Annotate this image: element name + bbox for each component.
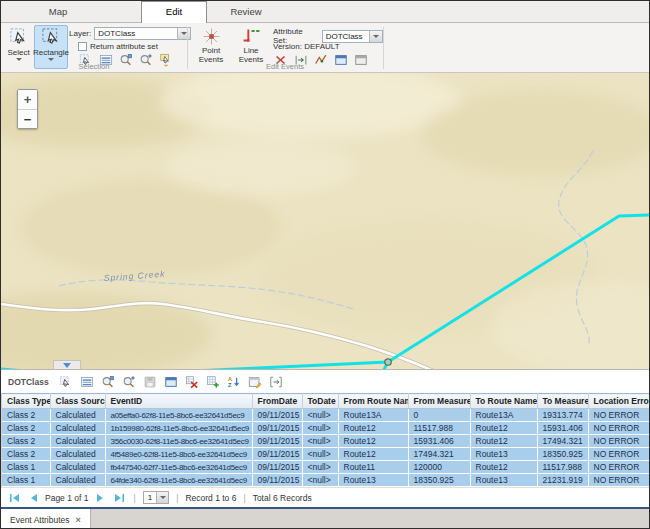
- table-cell: 1b159980-62f8-11e5-8bc6-ee32641d5ec9: [105, 422, 252, 435]
- sort-records-icon[interactable]: AZ: [225, 373, 244, 391]
- tab-event-attributes[interactable]: Event Attributes ×: [1, 509, 91, 529]
- column-header[interactable]: EventID: [105, 394, 252, 409]
- table-row[interactable]: Class 2Calculateda05effa0-62f8-11e5-8bc6…: [2, 409, 650, 422]
- table-cell: Route12: [470, 461, 537, 474]
- svg-text:A: A: [228, 376, 232, 382]
- tab-review[interactable]: Review: [215, 2, 277, 22]
- ribbon: Select Rectangle Layer: DOTClass Return: [1, 23, 649, 73]
- table-row[interactable]: Class 1Calculated64fde340-62f8-11e5-8bc6…: [2, 474, 650, 487]
- selection-group: Select Rectangle Layer: DOTClass Return: [1, 23, 187, 73]
- selection-group-label: Selection: [1, 62, 187, 71]
- column-header[interactable]: To Measure: [537, 394, 588, 409]
- column-header[interactable]: From Route Name: [338, 394, 408, 409]
- page-select-dropdown[interactable]: 1: [143, 491, 169, 504]
- event-table-toolbar: DOTClass AZ: [1, 369, 649, 393]
- show-record-details-icon[interactable]: [246, 373, 265, 391]
- column-header[interactable]: To Route Name: [470, 394, 537, 409]
- column-header[interactable]: Class Source: [50, 394, 105, 409]
- zoom-to-selection-icon[interactable]: [99, 373, 118, 391]
- ribbon-tab-strip: Map Edit Review: [1, 1, 649, 23]
- map-zoom-control: + −: [17, 89, 38, 129]
- show-selection-list-icon[interactable]: [78, 373, 97, 391]
- append-records-icon[interactable]: [204, 373, 223, 391]
- table-cell: Route13: [470, 474, 537, 487]
- select-dropdown-caret-icon[interactable]: [16, 58, 22, 61]
- record-range-status: Record 1 to 6: [185, 493, 236, 503]
- table-cell: Class 2: [2, 422, 50, 435]
- delete-records-icon[interactable]: [183, 373, 202, 391]
- table-cell: Route12: [470, 435, 537, 448]
- column-header[interactable]: FromDate: [252, 394, 302, 409]
- first-page-button[interactable]: [7, 491, 21, 505]
- column-header[interactable]: Class Type: [2, 394, 50, 409]
- table-cell: Route13A: [470, 409, 537, 422]
- group-separator: [383, 27, 384, 69]
- table-cell: 120000: [408, 461, 470, 474]
- last-page-button[interactable]: [112, 491, 126, 505]
- table-cell: 0: [408, 409, 470, 422]
- map-canvas: Spring Creek: [1, 73, 649, 369]
- table-cell: Calculated: [50, 435, 105, 448]
- attribute-set-dropdown-button[interactable]: [369, 31, 382, 42]
- table-cell: 11517.988: [537, 461, 588, 474]
- table-cell: <null>: [302, 409, 338, 422]
- table-cell: 09/11/2015: [252, 409, 302, 422]
- column-header[interactable]: ToDate: [302, 394, 338, 409]
- table-row[interactable]: Class 2Calculated4f5489e0-62f8-11e5-8bc6…: [2, 448, 650, 461]
- next-page-button[interactable]: [93, 491, 107, 505]
- previous-page-button[interactable]: [26, 491, 40, 505]
- save-edits-icon[interactable]: [141, 373, 160, 391]
- table-cell: Class 2: [2, 409, 50, 422]
- bottom-tab-bar: Event Attributes ×: [1, 507, 649, 529]
- close-icon[interactable]: ×: [76, 515, 81, 525]
- chevron-down-icon: [63, 363, 71, 368]
- table-cell: Calculated: [50, 461, 105, 474]
- table-cell: 11517.988: [408, 422, 470, 435]
- rectangle-select-icon: [39, 26, 63, 48]
- svg-text:Z: Z: [228, 382, 232, 388]
- version-label: Version: DEFAULT: [273, 42, 340, 51]
- table-cell: Route12: [338, 435, 408, 448]
- zoom-in-button[interactable]: +: [18, 90, 37, 109]
- layer-dropdown[interactable]: DOTClass: [94, 27, 191, 40]
- table-cell: 17494.321: [408, 448, 470, 461]
- map-view[interactable]: Spring Creek + −: [1, 73, 649, 369]
- panel-collapse-button[interactable]: [53, 360, 81, 369]
- table-cell: 19313.774: [537, 409, 588, 422]
- table-cell: Calculated: [50, 474, 105, 487]
- table-cell: Route11: [338, 461, 408, 474]
- return-attribute-set-checkbox[interactable]: [78, 42, 87, 51]
- table-cell: 21231.919: [537, 474, 588, 487]
- table-cell: NO ERROR: [588, 474, 650, 487]
- page-select-button[interactable]: [156, 492, 168, 503]
- table-cell: 09/11/2015: [252, 422, 302, 435]
- table-row[interactable]: Class 1Calculatedfb447540-62f7-11e5-8bc6…: [2, 461, 650, 474]
- layer-label: Layer:: [69, 29, 91, 38]
- column-header[interactable]: From Measure: [408, 394, 470, 409]
- event-table: Class TypeClass SourceEventIDFromDateToD…: [1, 393, 649, 487]
- table-pagination: Page 1 of 1 | 1 | Record 1 to 6 | Total …: [1, 487, 649, 507]
- attribute-set-dropdown[interactable]: DOTClass: [322, 30, 383, 43]
- table-cell: NO ERROR: [588, 422, 650, 435]
- route-junction-marker[interactable]: [385, 359, 391, 365]
- table-row[interactable]: Class 2Calculated356c0030-62f8-11e5-8bc6…: [2, 435, 650, 448]
- table-cell: Class 1: [2, 461, 50, 474]
- table-row[interactable]: Class 2Calculated1b159980-62f8-11e5-8bc6…: [2, 422, 650, 435]
- table-cell: NO ERROR: [588, 461, 650, 474]
- table-cell: fb447540-62f7-11e5-8bc6-ee32641d5ec9: [105, 461, 252, 474]
- measure-range-icon[interactable]: [267, 373, 286, 391]
- tab-map[interactable]: Map: [29, 2, 87, 22]
- open-attribute-window-icon[interactable]: [162, 373, 181, 391]
- table-cell: <null>: [302, 435, 338, 448]
- zoom-out-button[interactable]: −: [18, 109, 37, 128]
- tab-edit[interactable]: Edit: [141, 1, 207, 23]
- rectangle-dropdown-caret-icon[interactable]: [48, 58, 54, 61]
- select-events-icon[interactable]: [57, 373, 76, 391]
- layer-dropdown-value: DOTClass: [95, 29, 177, 38]
- table-cell: Route13A: [338, 409, 408, 422]
- return-attribute-set-label: Return attribute set: [90, 42, 158, 51]
- event-editor-window: Map Edit Review Select Rectangle Laye: [0, 0, 650, 529]
- zoom-to-previous-icon[interactable]: [120, 373, 139, 391]
- table-cell: Class 2: [2, 435, 50, 448]
- column-header[interactable]: Location Error: [588, 394, 650, 409]
